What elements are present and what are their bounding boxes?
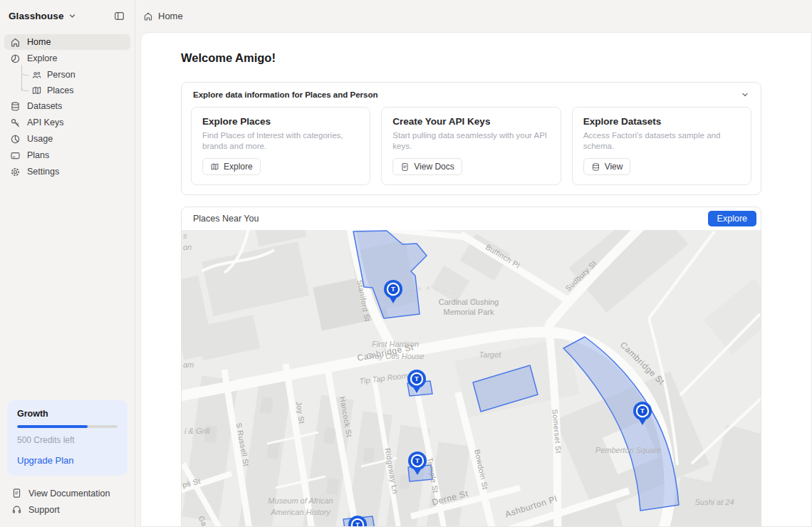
plan-card: Growth 500 Credits left Upgrade Plan <box>7 400 127 476</box>
credits-progress-bar <box>17 425 118 428</box>
sidebar-nav: Home Explore Person <box>0 32 135 180</box>
map-label-museum-2: American History <box>270 508 331 516</box>
view-documentation-link[interactable]: View Documentation <box>6 485 129 501</box>
button-label: View Docs <box>414 162 454 172</box>
app-window: Glasshouse Home Explore <box>0 0 812 527</box>
sidebar-item-explore[interactable]: Explore <box>4 51 130 66</box>
map-label-on: on <box>183 243 192 251</box>
sidebar-item-label: Usage <box>27 134 53 144</box>
database-icon <box>10 101 21 112</box>
breadcrumb[interactable]: Home <box>158 11 183 21</box>
map[interactable]: Staniford St Cambridge St Cambridge St B… <box>182 230 761 527</box>
side-link-label: Support <box>28 505 60 515</box>
sidebar: Glasshouse Home Explore <box>0 0 135 527</box>
svg-text:T: T <box>640 407 645 414</box>
side-link-label: View Documentation <box>28 489 110 499</box>
svg-text:T: T <box>415 375 419 382</box>
map-explore-button[interactable]: Explore <box>708 211 756 226</box>
sidebar-item-usage[interactable]: Usage <box>4 131 130 147</box>
sidebar-item-plans[interactable]: Plans <box>4 147 130 163</box>
sidebar-footer: View Documentation Support <box>0 485 135 527</box>
map-label-otis-1: First Harrison <box>372 340 419 348</box>
places-near-you-panel: Places Near You Explore <box>181 207 761 527</box>
usage-pie-icon <box>10 134 21 145</box>
chevron-down-icon[interactable] <box>68 12 76 20</box>
card-description: Access Factori's datasets sample and sch… <box>583 130 740 152</box>
button-label: Explore <box>224 162 253 172</box>
credits-left-label: 500 Credits left <box>17 435 118 445</box>
svg-text:T: T <box>355 521 360 527</box>
map-icon <box>210 162 219 172</box>
sidebar-toggle-icon[interactable] <box>114 11 125 21</box>
sidebar-item-label: API Keys <box>27 118 63 127</box>
map-label-cardinal-1: Cardinal Cushing <box>439 298 499 306</box>
sidebar-item-api-keys[interactable]: API Keys <box>4 115 130 130</box>
button-label: View <box>605 162 623 172</box>
person-group-icon <box>31 70 42 80</box>
sidebar-item-label: Person <box>47 70 76 80</box>
card-title: Explore Datasets <box>583 116 740 127</box>
sidebar-item-datasets[interactable]: Datasets <box>4 98 130 114</box>
upgrade-plan-link[interactable]: Upgrade Plan <box>17 455 118 466</box>
card-title: Create Your API Keys <box>392 116 549 127</box>
map-label-s: s <box>183 231 187 240</box>
sidebar-item-label: Settings <box>27 167 59 177</box>
map-icon <box>31 85 42 96</box>
map-label-pemberton: Pemberton Square <box>595 446 661 454</box>
sidebar-item-places[interactable]: Places <box>21 83 130 98</box>
explore-pie-icon <box>10 53 21 64</box>
map-label-cardinal-2: Memorial Park <box>444 308 494 316</box>
map-label-target: Target <box>479 350 502 359</box>
collapse-chevron-icon[interactable] <box>741 90 749 99</box>
support-link[interactable]: Support <box>6 501 129 518</box>
sidebar-item-label: Places <box>47 85 74 95</box>
sidebar-item-person[interactable]: Person <box>21 67 130 83</box>
sidebar-header: Glasshouse <box>0 0 135 32</box>
card-icon <box>10 150 21 161</box>
workspace-name[interactable]: Glasshouse <box>9 11 64 21</box>
gear-icon <box>10 167 21 177</box>
card-description: Find Places of Interest with categories,… <box>202 130 359 152</box>
map-label-grill: i & Grill <box>184 427 210 435</box>
svg-text:T: T <box>391 285 395 293</box>
database-icon <box>591 162 600 172</box>
headset-icon <box>11 504 22 515</box>
card-description: Start pulling data seamlessly with your … <box>392 130 549 152</box>
page-title: Welcome Amigo! <box>181 51 761 65</box>
map-label-sushi: Sushi at 24 <box>694 498 734 506</box>
explore-places-button[interactable]: Explore <box>202 158 261 175</box>
sidebar-item-label: Explore <box>27 53 57 63</box>
map-label-am: am <box>183 360 194 369</box>
explore-places-card: Explore Places Find Places of Interest w… <box>191 107 370 185</box>
view-docs-button[interactable]: View Docs <box>392 158 462 175</box>
key-icon <box>10 118 21 128</box>
sidebar-item-label: Home <box>27 37 51 47</box>
svg-text:T: T <box>415 456 420 464</box>
explore-info-panel: Explore data information for Places and … <box>181 82 761 195</box>
plan-name: Growth <box>17 409 118 419</box>
explore-datasets-card: Explore Datasets Access Factori's datase… <box>572 107 751 185</box>
create-api-keys-card: Create Your API Keys Start pulling data … <box>381 107 561 185</box>
breadcrumb-home-icon <box>143 11 153 21</box>
topbar: Home <box>135 0 812 32</box>
document-icon <box>11 488 22 499</box>
document-icon <box>400 162 410 172</box>
sidebar-item-label: Plans <box>27 150 49 160</box>
map-label-otis-2: Gray Otis House <box>366 352 424 360</box>
sidebar-item-settings[interactable]: Settings <box>4 164 130 179</box>
explore-panel-title: Explore data information for Places and … <box>193 90 378 99</box>
view-datasets-button[interactable]: View <box>583 158 631 175</box>
places-panel-title: Places Near You <box>193 214 259 224</box>
card-title: Explore Places <box>202 116 359 127</box>
sidebar-explore-children: Person Places <box>21 67 130 98</box>
sidebar-item-home[interactable]: Home <box>4 34 130 50</box>
sidebar-item-label: Datasets <box>27 101 62 111</box>
home-icon <box>10 37 21 48</box>
page-canvas: Welcome Amigo! Explore data information … <box>140 32 812 527</box>
map-label-museum-1: Museum of African <box>268 496 333 505</box>
main-area: Home Welcome Amigo! Explore data informa… <box>135 0 812 527</box>
